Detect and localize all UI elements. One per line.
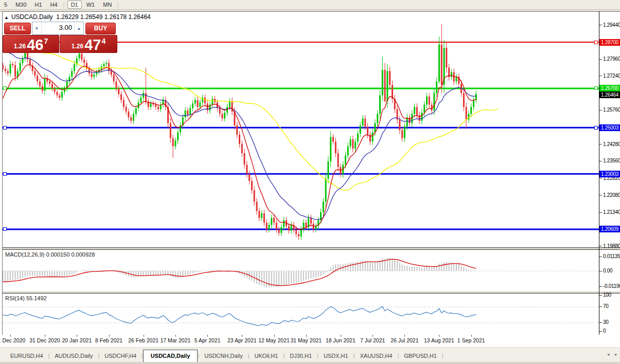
date-tick [373, 335, 373, 337]
current-price-badge: 1.26464 [599, 92, 620, 98]
chart-tab-xauusd-h4[interactable]: XAUUSD,H4 [355, 351, 397, 361]
hline-drag-handle[interactable] [3, 86, 7, 90]
macd-tick-label: -0.01190 [603, 283, 620, 289]
price-tick-label: 1.27240 [603, 73, 620, 79]
chart-tab-usdcad-daily[interactable]: USDCAD,Daily [143, 350, 198, 362]
timeframe-button-h4[interactable]: H4 [47, 1, 61, 9]
chart-ohlc-values: 1.26229 1.26549 1.26178 1.26464 [56, 13, 151, 21]
buy-button[interactable]: BUY [85, 23, 116, 34]
sell-price-pip-digit: 7 [44, 37, 48, 45]
timeframe-toolbar: 5M30H1H4D1W1MN [0, 0, 620, 10]
hline-price-badge: 1.23003 [599, 171, 620, 177]
date-tick [306, 335, 307, 337]
timeframe-button-h1[interactable]: H1 [31, 1, 46, 9]
date-label: 26 Jul 2021 [391, 337, 418, 343]
rsi-indicator-canvas[interactable] [2, 294, 599, 334]
date-label: 12 May 2021 [258, 337, 290, 343]
date-tick [144, 335, 144, 337]
tab-separator: | [442, 353, 444, 359]
rsi-tick-label: 100 [603, 292, 611, 298]
date-tick [45, 335, 45, 337]
rsi-tick [599, 306, 602, 307]
sell-price-prefix: 1.26 [14, 43, 26, 50]
sell-price-display[interactable]: 1.26 46 7 [3, 35, 59, 53]
hline-drag-handle[interactable] [594, 86, 598, 90]
volume-increase-icon[interactable]: ▲ [75, 22, 83, 34]
hline-drag-handle[interactable] [3, 126, 7, 130]
date-label: 31 Dec 2020 [29, 337, 60, 343]
sell-button[interactable]: SELL [4, 23, 31, 34]
date-label: 17 Mar 2021 [160, 337, 190, 343]
date-tick [207, 335, 208, 337]
sell-price-big-digits: 46 [27, 38, 43, 51]
volume-spinner: ▼ 3.00 ▲ [32, 22, 84, 35]
price-tick-label: 1.24280 [603, 141, 620, 147]
price-tick [599, 212, 602, 213]
volume-decrease-icon[interactable]: ▼ [32, 22, 41, 34]
price-tick [599, 25, 602, 25]
chart-tab-gbpusd-h1[interactable]: GBPUSD,H1 [399, 351, 442, 361]
buy-price-pip-digit: 4 [101, 37, 105, 45]
hline-drag-handle[interactable] [3, 227, 7, 231]
date-tick [175, 335, 176, 337]
date-label: 7 Jul 2021 [360, 337, 385, 343]
volume-value[interactable]: 3.00 [41, 22, 75, 34]
date-label: 13 Aug 2021 [424, 337, 454, 343]
date-label: 8 Feb 2021 [95, 337, 122, 343]
buy-price-display[interactable]: 1.26 47 4 [60, 35, 117, 53]
timeframe-button-mn[interactable]: MN [99, 1, 115, 9]
date-tick [341, 335, 341, 337]
hline-drag-handle[interactable] [3, 172, 7, 176]
timeframe-button-d1[interactable]: D1 [67, 1, 82, 9]
date-tick [10, 335, 11, 337]
one-click-trading-panel: SELL ▼ 3.00 ▲ BUY 1.26 46 7 1.26 47 4 [3, 21, 116, 51]
price-tick [599, 76, 602, 76]
price-tick [599, 246, 602, 246]
hline-drag-handle[interactable] [594, 126, 598, 130]
chart-tab-bar: EURUSD,H4|AUDUSD,Daily|USDCHF,H4|USDCAD,… [0, 349, 620, 362]
date-label: 20 Jan 2021 [62, 337, 92, 343]
chart-title: ▲USDCAD,Daily 1.26229 1.26549 1.26178 1.… [4, 13, 151, 21]
chart-tab-dj30-h1[interactable]: DJ30,H1 [285, 351, 317, 361]
hline-drag-handle[interactable] [594, 41, 598, 44]
hline-price-badge: 1.26700 [599, 85, 620, 92]
tab-scroll-left-icon[interactable]: ◂ [607, 352, 610, 357]
price-tick [599, 178, 602, 178]
hline-price-badge: 1.25003 [599, 124, 620, 131]
timeframe-button-m30[interactable]: M30 [12, 1, 30, 9]
toolbar-separator [64, 2, 65, 8]
date-label: 31 May 2021 [290, 337, 322, 343]
price-tick-label: 1.29440 [603, 22, 620, 28]
chart-tab-usdchf-h4[interactable]: USDCHF,H4 [99, 351, 141, 361]
date-tick [77, 335, 77, 337]
price-tick-label: 1.27960 [603, 56, 620, 62]
chart-tab-usdx-h1[interactable]: USDX,H1 [318, 351, 353, 361]
tab-scroll-right-icon[interactable]: ▸ [615, 352, 617, 357]
rsi-label: RSI(14) 55.1492 [5, 295, 47, 301]
macd-tick [599, 257, 602, 257]
date-tick [404, 335, 405, 337]
rsi-tick [599, 295, 602, 296]
macd-tick [599, 286, 602, 287]
timeframe-button-5[interactable]: 5 [1, 1, 11, 9]
price-tick [599, 195, 602, 195]
chart-tab-ukoil-h1[interactable]: UKOil,H1 [250, 351, 284, 361]
chart-tab-usdcnh-daily[interactable]: USDCNH,Daily [199, 351, 248, 361]
collapse-triangle-icon[interactable]: ▲ [4, 15, 9, 20]
date-label: 26 Feb 2021 [128, 337, 158, 343]
timeframe-button-w1[interactable]: W1 [83, 1, 99, 9]
date-label: 5 Apr 2021 [194, 337, 221, 343]
date-label: 18 Jun 2021 [326, 337, 356, 343]
macd-tick-label: 0.01135 [603, 253, 620, 259]
date-tick [471, 335, 472, 337]
date-tick [439, 335, 439, 337]
chart-tab-eurusd-h4[interactable]: EURUSD,H4 [5, 351, 48, 361]
rsi-tick-label: 70 [603, 303, 609, 309]
price-tick [599, 59, 602, 60]
rsi-tick-label: 0 [603, 328, 606, 334]
chart-tab-audusd-daily[interactable]: AUDUSD,Daily [49, 351, 98, 361]
price-tick-label: 1.23560 [603, 158, 620, 163]
date-label: 23 Apr 2021 [227, 337, 257, 343]
price-tick-label: 1.22080 [603, 192, 620, 198]
rsi-tick [599, 331, 602, 332]
